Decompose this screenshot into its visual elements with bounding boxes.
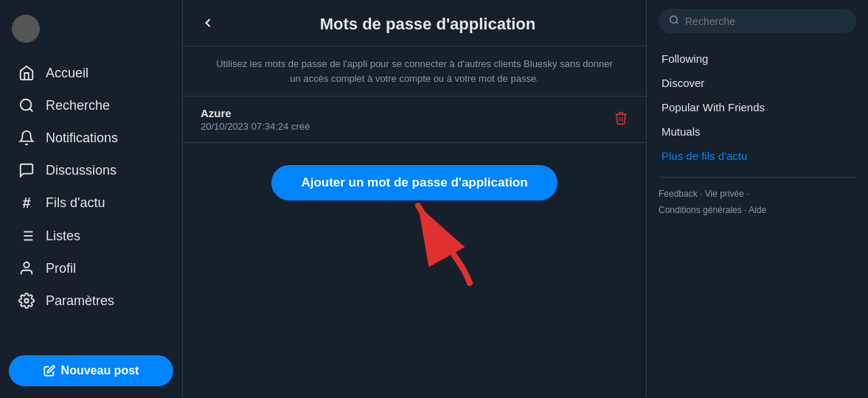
main-content: Mots de passe d'application Utilisez les… xyxy=(183,0,647,398)
sidebar-item-label: Listes xyxy=(46,228,80,244)
sidebar-item-fils[interactable]: # Fils d'actu xyxy=(9,187,173,219)
feed-item-popular-with-friends[interactable]: Popular With Friends xyxy=(659,95,856,119)
sidebar-item-parametres[interactable]: Paramètres xyxy=(9,285,173,316)
search-box[interactable] xyxy=(659,9,856,33)
bell-icon xyxy=(18,130,35,146)
main-description: Utilisez les mots de passe de l'appli po… xyxy=(183,46,646,97)
feedback-link[interactable]: Feedback xyxy=(659,189,698,199)
right-sidebar: Following Discover Popular With Friends … xyxy=(647,0,868,398)
home-icon xyxy=(18,65,35,81)
sidebar-item-label: Notifications xyxy=(46,130,118,146)
back-button[interactable] xyxy=(201,15,215,34)
search-icon xyxy=(669,15,679,27)
search-icon xyxy=(18,97,35,114)
aide-link[interactable]: Aide xyxy=(749,205,766,215)
sep1: · xyxy=(698,189,705,199)
add-password-button[interactable]: Ajouter un mot de passe d'application xyxy=(271,165,557,200)
new-post-button[interactable]: Nouveau post xyxy=(9,355,173,386)
sep2: · xyxy=(744,189,749,199)
delete-password-button[interactable] xyxy=(614,111,628,129)
password-name: Azure xyxy=(201,107,310,119)
sidebar-item-discussions[interactable]: Discussions xyxy=(9,155,173,186)
password-info: Azure 20/10/2023 07:34:24 créé xyxy=(201,107,310,132)
user-profile-top[interactable] xyxy=(9,9,173,49)
conditions-link[interactable]: Conditions générales xyxy=(659,205,742,215)
svg-line-1 xyxy=(29,108,32,111)
user-icon xyxy=(18,260,35,276)
sidebar-item-label: Recherche xyxy=(46,98,110,114)
sidebar-item-recherche[interactable]: Recherche xyxy=(9,90,173,121)
svg-point-0 xyxy=(21,100,32,111)
vie-privee-link[interactable]: Vie privée xyxy=(705,189,744,199)
left-sidebar: Accueil Recherche Notifications Discussi… xyxy=(0,0,183,398)
sidebar-item-notifications[interactable]: Notifications xyxy=(9,122,173,153)
feeds-section: Following Discover Popular With Friends … xyxy=(659,46,856,178)
chat-icon xyxy=(18,162,35,178)
add-password-area: Ajouter un mot de passe d'application xyxy=(183,143,646,223)
arrow-svg xyxy=(407,195,488,290)
hash-icon: # xyxy=(18,195,35,212)
svg-point-9 xyxy=(24,298,29,303)
password-entry: Azure 20/10/2023 07:34:24 créé xyxy=(183,97,646,143)
sidebar-item-label: Profil xyxy=(46,261,76,276)
search-input[interactable] xyxy=(685,15,846,27)
svg-point-11 xyxy=(670,16,677,23)
sep3: · xyxy=(742,205,749,215)
feed-item-following[interactable]: Following xyxy=(659,46,856,71)
password-date: 20/10/2023 07:34:24 créé xyxy=(201,121,310,132)
sidebar-item-label: Fils d'actu xyxy=(46,195,105,211)
sidebar-item-listes[interactable]: Listes xyxy=(9,220,173,251)
arrow-annotation xyxy=(407,195,488,293)
page-title: Mots de passe d'application xyxy=(227,15,628,34)
sidebar-nav: Accueil Recherche Notifications Discussi… xyxy=(9,57,173,349)
feed-item-discover[interactable]: Discover xyxy=(659,71,856,95)
feed-item-plus-fils[interactable]: Plus de fils d'actu xyxy=(659,144,856,168)
sidebar-item-label: Paramètres xyxy=(46,293,114,309)
feed-item-mutuals[interactable]: Mutuals xyxy=(659,119,856,144)
footer-links: Feedback · Vie privée · Conditions génér… xyxy=(659,186,856,218)
sidebar-item-label: Discussions xyxy=(46,163,117,178)
settings-icon xyxy=(18,293,35,309)
avatar xyxy=(12,15,40,43)
sidebar-item-profil[interactable]: Profil xyxy=(9,253,173,284)
list-icon xyxy=(18,228,35,244)
new-post-label: Nouveau post xyxy=(61,364,139,377)
sidebar-item-accueil[interactable]: Accueil xyxy=(9,57,173,88)
svg-point-8 xyxy=(24,262,29,268)
svg-line-12 xyxy=(676,22,678,24)
main-header: Mots de passe d'application xyxy=(183,0,646,46)
sidebar-item-label: Accueil xyxy=(46,66,88,81)
